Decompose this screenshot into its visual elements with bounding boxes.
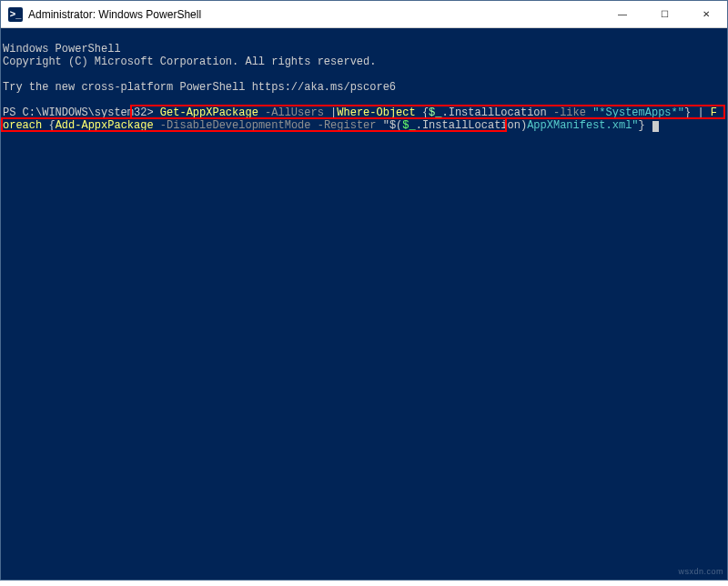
cmd-token: "*SystemApps*" bbox=[592, 106, 684, 119]
app-icon: >_ bbox=[8, 7, 23, 22]
cmd-token: Add-AppxPackage bbox=[56, 119, 154, 132]
cmd-token: "$( bbox=[383, 119, 403, 132]
cmd-token: | bbox=[691, 106, 711, 119]
banner-line: Try the new cross-platform PowerShell ht… bbox=[3, 81, 396, 94]
prompt: PS C:\WINDOWS\system32> bbox=[3, 106, 160, 119]
cmd-token: } bbox=[639, 119, 645, 132]
titlebar[interactable]: >_ Administrator: Windows PowerShell — ☐… bbox=[1, 1, 727, 28]
window-title: Administrator: Windows PowerShell bbox=[28, 8, 201, 21]
cursor bbox=[652, 121, 659, 132]
banner-line: Copyright (C) Microsoft Corporation. All… bbox=[3, 56, 376, 68]
cmd-token: Where-Object bbox=[337, 106, 422, 119]
cmd-token: $_ bbox=[402, 119, 415, 132]
cmd-token: -AllUsers bbox=[258, 106, 330, 119]
cmd-token: AppXManifest.xml" bbox=[527, 119, 638, 132]
banner-line: Windows PowerShell bbox=[3, 43, 121, 56]
cmd-token: .InstallLocation bbox=[442, 106, 547, 119]
cmd-token: .InstallLocation bbox=[416, 119, 521, 132]
command-line: PS C:\WINDOWS\system32> Get-AppXPackage … bbox=[3, 106, 717, 132]
watermark: wsxdn.com bbox=[678, 565, 723, 578]
window-controls: — ☐ ✕ bbox=[602, 1, 727, 27]
cmd-token: Get-AppXPackage bbox=[160, 106, 258, 119]
cmd-token: -DisableDevelopmentMode -Register bbox=[154, 119, 383, 132]
cmd-token: { bbox=[48, 119, 55, 132]
minimize-button[interactable]: — bbox=[602, 1, 643, 27]
cmd-token: -like bbox=[547, 106, 592, 119]
powershell-window: >_ Administrator: Windows PowerShell — ☐… bbox=[0, 0, 728, 581]
terminal-area[interactable]: Windows PowerShell Copyright (C) Microso… bbox=[1, 28, 727, 580]
maximize-button[interactable]: ☐ bbox=[643, 1, 685, 27]
cmd-token: $_ bbox=[429, 106, 441, 119]
close-button[interactable]: ✕ bbox=[685, 1, 727, 27]
